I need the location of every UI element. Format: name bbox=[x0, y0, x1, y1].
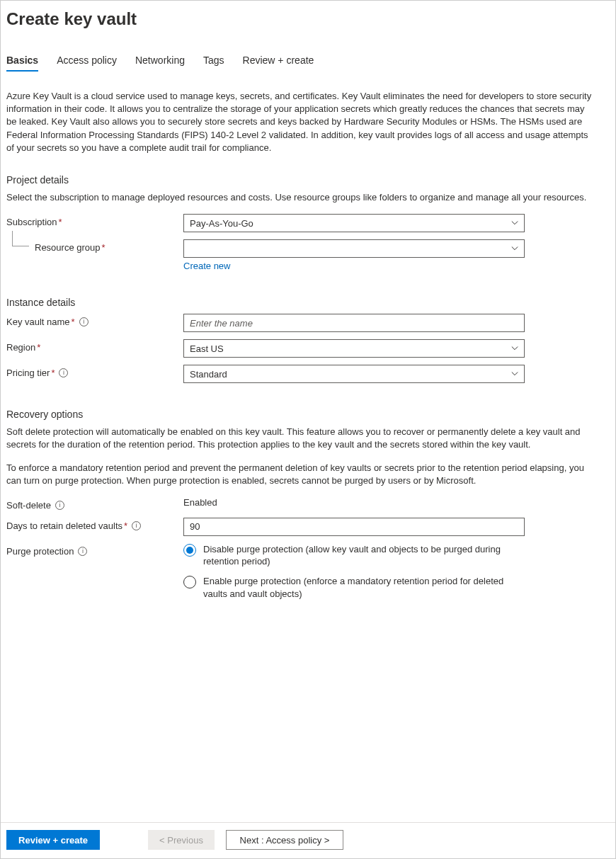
chevron-down-icon bbox=[511, 370, 518, 377]
tab-networking[interactable]: Networking bbox=[135, 55, 185, 72]
chevron-down-icon bbox=[511, 345, 518, 352]
pricing-tier-label: Pricing tier bbox=[6, 368, 50, 378]
soft-delete-value: Enabled bbox=[183, 497, 217, 508]
resource-group-label: Resource group bbox=[35, 242, 101, 253]
wizard-footer: Review + create < Previous Next : Access… bbox=[1, 822, 615, 858]
intro-description: Azure Key Vault is a cloud service used … bbox=[6, 90, 594, 154]
resource-group-select[interactable] bbox=[183, 239, 525, 258]
tab-tags[interactable]: Tags bbox=[203, 55, 224, 72]
subscription-select[interactable]: Pay-As-You-Go bbox=[183, 214, 525, 232]
recovery-para2: To enforce a mandatory retention period … bbox=[6, 462, 594, 487]
info-icon[interactable]: i bbox=[59, 368, 68, 377]
required-marker: * bbox=[124, 520, 127, 531]
region-select[interactable]: East US bbox=[183, 339, 525, 358]
info-icon[interactable]: i bbox=[55, 501, 64, 510]
project-details-sub: Select the subscription to manage deploy… bbox=[6, 191, 594, 204]
retain-days-input[interactable] bbox=[183, 518, 525, 536]
keyvault-name-label: Key vault name bbox=[6, 317, 70, 327]
chevron-down-icon bbox=[511, 220, 518, 227]
soft-delete-label: Soft-delete bbox=[6, 500, 51, 511]
purge-disable-radio[interactable] bbox=[183, 544, 196, 557]
recovery-para1: Soft delete protection will automaticall… bbox=[6, 426, 594, 451]
tab-review-create[interactable]: Review + create bbox=[243, 55, 314, 72]
purge-enable-radio[interactable] bbox=[183, 576, 196, 588]
pricing-tier-value: Standard bbox=[190, 369, 227, 380]
info-icon[interactable]: i bbox=[79, 317, 89, 326]
create-new-link[interactable]: Create new bbox=[183, 261, 230, 271]
info-icon[interactable]: i bbox=[132, 521, 141, 530]
next-button[interactable]: Next : Access policy > bbox=[226, 830, 343, 850]
section-recovery-options: Recovery options bbox=[6, 409, 603, 420]
info-icon[interactable]: i bbox=[78, 547, 87, 556]
retain-days-label: Days to retain deleted vaults bbox=[6, 520, 122, 531]
region-value: East US bbox=[190, 343, 224, 354]
keyvault-name-input[interactable] bbox=[183, 314, 525, 332]
review-create-button[interactable]: Review + create bbox=[6, 830, 100, 850]
required-marker: * bbox=[102, 242, 105, 253]
tree-connector-icon bbox=[12, 231, 29, 246]
chevron-down-icon bbox=[511, 245, 518, 252]
required-marker: * bbox=[59, 217, 62, 227]
previous-button[interactable]: < Previous bbox=[148, 830, 215, 850]
purge-enable-label: Enable purge protection (enforce a manda… bbox=[203, 575, 508, 600]
subscription-value: Pay-As-You-Go bbox=[190, 218, 253, 229]
page-title: Create key vault bbox=[6, 9, 603, 29]
tab-access-policy[interactable]: Access policy bbox=[57, 55, 117, 72]
pricing-tier-select[interactable]: Standard bbox=[183, 365, 525, 383]
required-marker: * bbox=[37, 342, 40, 353]
purge-disable-label: Disable purge protection (allow key vaul… bbox=[203, 543, 508, 568]
required-marker: * bbox=[51, 368, 55, 378]
wizard-tabs: Basics Access policy Networking Tags Rev… bbox=[6, 55, 603, 72]
tab-basics[interactable]: Basics bbox=[6, 55, 38, 72]
subscription-label: Subscription bbox=[6, 217, 57, 227]
purge-protection-label: Purge protection bbox=[6, 546, 74, 557]
section-project-details: Project details bbox=[6, 174, 603, 186]
region-label: Region bbox=[6, 342, 35, 353]
required-marker: * bbox=[72, 317, 75, 327]
section-instance-details: Instance details bbox=[6, 297, 603, 308]
